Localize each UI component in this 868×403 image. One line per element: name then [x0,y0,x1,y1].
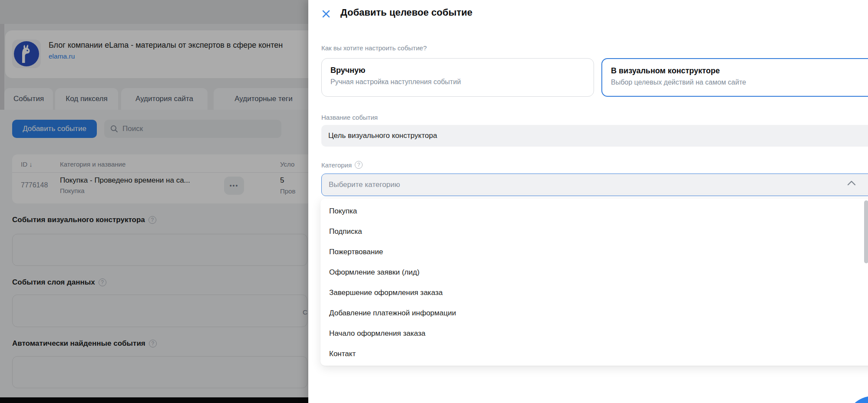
option-subtitle: Выбор целевых действий на самом сайте [611,79,868,86]
category-label-text: Категория [321,161,352,169]
category-dropdown: Покупка Подписка Пожертвование Оформлени… [320,199,868,366]
option-title: Вручную [330,66,585,75]
add-target-event-panel: Добавить целевое событие Как вы хотите н… [308,0,868,403]
option-title: В визуальном конструкторе [611,66,868,75]
category-placeholder: Выберите категорию [329,180,400,189]
chevron-up-icon[interactable] [847,180,856,186]
floating-help-button[interactable] [846,396,868,403]
category-select[interactable]: Выберите категорию [321,174,868,196]
event-name-label: Название события [321,114,378,121]
dropdown-option-donation[interactable]: Пожертвование [320,242,868,262]
event-name-input[interactable] [321,125,868,147]
option-manual[interactable]: Вручную Ручная настройка наступления соб… [321,58,594,97]
dropdown-option-purchase[interactable]: Покупка [320,201,868,221]
close-icon [322,10,330,18]
dropdown-option-checkout-start[interactable]: Начало оформления заказа [320,323,868,344]
dropdown-option-checkout-complete[interactable]: Завершение оформления заказа [320,282,868,303]
setup-question-label: Как вы хотите настроить событие? [321,44,427,52]
option-subtitle: Ручная настройка наступления событий [330,78,585,86]
dropdown-option-subscription[interactable]: Подписка [320,221,868,242]
dropdown-option-lead[interactable]: Оформление заявки (лид) [320,262,868,282]
close-button[interactable] [320,8,332,20]
dropdown-option-payment-info[interactable]: Добавление платежной информации [320,303,868,323]
option-visual-builder[interactable]: В визуальном конструкторе Выбор целевых … [601,58,868,97]
dropdown-option-contact[interactable]: Контакт [320,344,868,364]
category-label: Категория ? [321,161,363,169]
modal-title: Добавить целевое событие [340,7,472,18]
help-icon[interactable]: ? [355,161,363,169]
dropdown-scrollbar[interactable] [864,200,868,263]
